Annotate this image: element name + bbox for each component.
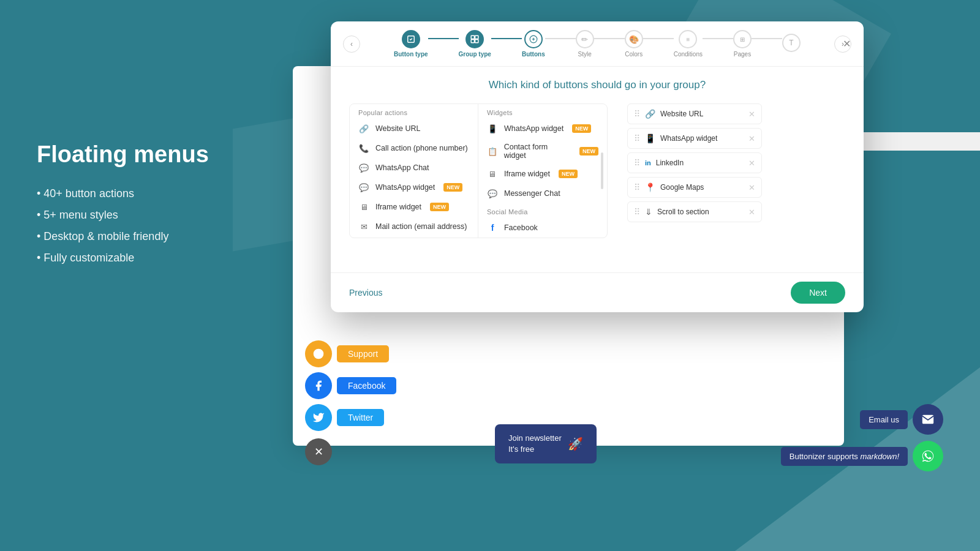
phone-icon: 📞 (358, 143, 369, 154)
whatsapp-float-item[interactable]: Buttonizer supports markdown! (781, 441, 943, 471)
contact-form-icon: 📋 (487, 146, 498, 157)
linkedin-sel-icon: in (645, 159, 651, 167)
website-url-sel-icon: 🔗 (645, 109, 655, 119)
step-icon-1[interactable] (402, 30, 420, 48)
email-float-circle[interactable] (913, 404, 943, 435)
step-buttons: Buttons (522, 30, 545, 58)
website-url-item[interactable]: 🔗 Website URL (350, 119, 478, 138)
twitter-item[interactable]: Twitter (305, 404, 396, 431)
whatsapp-chat-item[interactable]: 💬 WhatsApp Chat (350, 158, 478, 178)
step-icon-2[interactable] (466, 30, 484, 48)
contact-form-badge: NEW (579, 147, 598, 156)
facebook-sm-label: Facebook (504, 223, 538, 232)
maps-close[interactable]: ✕ (748, 183, 755, 192)
step-conditions: ≡ Conditions (674, 30, 703, 58)
click-to-chat-title: Click to chat (350, 236, 478, 238)
iframe-badge: NEW (430, 203, 449, 211)
wa-widget-badge: NEW (572, 124, 591, 133)
step-colors: 🎨 Colors (625, 30, 643, 58)
facebook-sm-item[interactable]: f Facebook (478, 218, 607, 238)
whatsapp-widget-w-item[interactable]: 📱 WhatsApp widget NEW (478, 119, 607, 138)
step-line-4 (594, 38, 625, 39)
whatsapp-sel-label: WhatsApp widget (660, 134, 744, 143)
messenger-icon: 💬 (487, 188, 498, 199)
contact-form-item[interactable]: 📋 Contact form widget NEW (478, 138, 607, 164)
link-icon: 🔗 (358, 123, 369, 134)
modal-header: ‹ Button type Group type (331, 21, 864, 67)
newsletter-line2: It's free (508, 444, 562, 455)
call-action-label: Call action (phone number) (375, 144, 468, 152)
contact-form-label: Contact form widget (504, 143, 571, 160)
iframe-widget-item[interactable]: 🖥 Iframe widget NEW (350, 197, 478, 217)
modal-close-btn[interactable]: ✕ (839, 37, 854, 51)
step-icon-4[interactable]: ✏ (576, 30, 594, 48)
modal-content-area: Popular actions 🔗 Website URL 📞 Call act… (349, 103, 845, 238)
whatsapp-widget-item[interactable]: 💬 WhatsApp widget NEW (350, 178, 478, 197)
facebook-sm-icon: f (487, 222, 498, 233)
linkedin-close[interactable]: ✕ (748, 159, 755, 168)
twitter-label: Twitter (337, 409, 384, 426)
scrollable-list: Popular actions 🔗 Website URL 📞 Call act… (349, 103, 608, 238)
close-floating-btn[interactable]: ✕ (305, 438, 332, 465)
mail-icon: ✉ (358, 221, 369, 232)
mail-action-label: Mail action (email address) (375, 222, 467, 231)
twitter-circle[interactable] (305, 404, 332, 431)
drag-handle-3[interactable]: ⠿ (634, 158, 640, 168)
mail-action-item[interactable]: ✉ Mail action (email address) (350, 217, 478, 236)
popular-actions-title: Popular actions (350, 104, 478, 119)
selected-website-url[interactable]: ⠿ 🔗 Website URL ✕ (627, 103, 762, 124)
next-button[interactable]: Next (791, 282, 845, 304)
support-item[interactable]: Support (305, 340, 396, 367)
whatsapp-close[interactable]: ✕ (748, 134, 755, 143)
website-url-label: Website URL (375, 124, 420, 133)
whatsapp-sel-icon: 📱 (645, 133, 655, 143)
whatsapp-float-circle[interactable] (913, 441, 943, 471)
iframe-w-item[interactable]: 🖥 Iframe widget NEW (478, 164, 607, 184)
modal-question: Which kind of buttons should go in your … (349, 79, 845, 91)
scroll-indicator (601, 152, 603, 189)
selected-whatsapp-widget[interactable]: ⠿ 📱 WhatsApp widget ✕ (627, 128, 762, 149)
facebook-label: Facebook (337, 377, 396, 394)
iframe-icon: 🖥 (358, 201, 369, 212)
svg-rect-6 (471, 40, 474, 43)
messenger-chat-item[interactable]: 💬 Messenger Chat (478, 184, 607, 203)
email-float-label: Email us (860, 410, 908, 429)
newsletter-text: Join newsletter It's free (508, 433, 562, 455)
whatsapp-widget-w-label: WhatsApp widget (504, 124, 564, 133)
step-icon-5[interactable]: 🎨 (625, 30, 643, 48)
support-label: Support (337, 345, 389, 362)
step-t: T (782, 34, 801, 54)
step-icon-8[interactable]: T (782, 34, 801, 52)
website-url-close[interactable]: ✕ (748, 110, 755, 119)
step-icon-6[interactable]: ≡ (679, 30, 697, 48)
scroll-close[interactable]: ✕ (748, 208, 755, 217)
step-line-7 (752, 38, 782, 39)
selected-scroll-section[interactable]: ⠿ ⇓ Scroll to section ✕ (627, 201, 762, 222)
previous-button[interactable]: Previous (349, 288, 382, 298)
drag-handle[interactable]: ⠿ (634, 109, 640, 119)
drag-handle-2[interactable]: ⠿ (634, 133, 640, 143)
selected-linkedin[interactable]: ⠿ in LinkedIn ✕ (627, 152, 762, 173)
newsletter-button[interactable]: Join newsletter It's free 🚀 (495, 424, 597, 463)
step-label-1: Button type (394, 51, 428, 58)
selected-items-panel: ⠿ 🔗 Website URL ✕ ⠿ 📱 WhatsApp widget ✕ … (627, 103, 762, 238)
call-action-item[interactable]: 📞 Call action (phone number) (350, 138, 478, 158)
rocket-icon: 🚀 (568, 435, 583, 452)
selected-google-maps[interactable]: ⠿ 📍 Google Maps ✕ (627, 177, 762, 198)
step-icon-3[interactable] (524, 30, 543, 48)
drag-handle-4[interactable]: ⠿ (634, 182, 640, 192)
modal-footer: Previous Next (331, 272, 864, 312)
step-icon-7[interactable]: ⊞ (733, 30, 752, 48)
email-float-item[interactable]: Email us (860, 404, 943, 435)
step-label-6: Conditions (674, 51, 703, 58)
feature-item: • Fully customizable (37, 252, 239, 264)
drag-handle-5[interactable]: ⠿ (634, 207, 640, 217)
support-circle[interactable] (305, 340, 332, 367)
facebook-circle[interactable] (305, 372, 332, 399)
facebook-item[interactable]: Facebook (305, 372, 396, 399)
iframe-widget-label: Iframe widget (375, 203, 421, 211)
whatsapp-widget-icon: 💬 (358, 182, 369, 193)
whatsapp-chat-label: WhatsApp Chat (375, 163, 429, 172)
modal-prev-nav[interactable]: ‹ (343, 36, 360, 53)
iframe-w-label: Iframe widget (504, 170, 550, 178)
